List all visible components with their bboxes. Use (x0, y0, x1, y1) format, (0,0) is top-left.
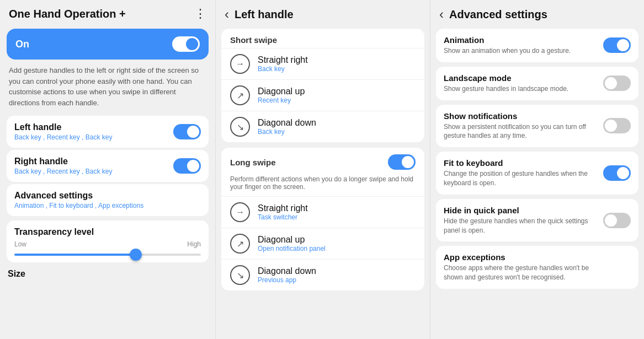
middle-panel-title: Left handle (235, 8, 294, 21)
high-label: High (187, 240, 201, 248)
left-handle-sub: Back key , Recent key , Back key (14, 133, 112, 141)
low-label: Low (14, 240, 26, 248)
app-exceptions-sub: Choose apps where the gesture handles wo… (444, 263, 604, 282)
show-notifications-item[interactable]: Show notifications Show a persistent not… (436, 105, 638, 148)
hide-quick-panel-title: Hide in quick panel (444, 206, 603, 215)
left-handle-item[interactable]: Left handle Back key , Recent key , Back… (7, 116, 209, 148)
short-swipe-label: Short swipe (230, 35, 277, 45)
hide-quick-panel-item[interactable]: Hide in quick panel Hide the gesture han… (436, 199, 638, 242)
right-handle-title: Right handle (14, 157, 112, 166)
animation-title: Animation (444, 35, 571, 45)
landscape-mode-toggle[interactable] (603, 76, 631, 91)
left-handle-toggle[interactable] (173, 124, 201, 139)
right-back-icon[interactable]: ‹ (439, 7, 444, 22)
long-swipe-desc: Perform different actions when you do a … (221, 173, 424, 196)
long-diagonal-up-sub: Open notification panel (258, 245, 326, 252)
short-diagonal-down-sub: Back key (258, 128, 316, 136)
long-straight-right-sub: Task switcher (258, 213, 308, 221)
hide-quick-panel-sub: Hide the gesture handles when the quick … (444, 217, 603, 235)
short-diagonal-up-sub: Recent key (258, 96, 305, 104)
long-straight-right-title: Straight right (258, 203, 308, 213)
long-straight-right-icon: → (230, 202, 250, 222)
right-handle-sub: Back key , Recent key , Back key (14, 168, 112, 175)
settings-list: Left handle Back key , Recent key , Back… (0, 114, 215, 218)
main-toggle[interactable] (172, 36, 200, 52)
app-exceptions-item[interactable]: App exceptions Choose apps where the ges… (436, 246, 638, 289)
landscape-mode-sub: Show gesture handles in landscape mode. (444, 84, 568, 94)
app-exceptions-title: App exceptions (444, 252, 604, 262)
long-diagonal-down-icon: ↘ (230, 265, 250, 285)
animation-item[interactable]: Animation Show an animation when you do … (436, 29, 638, 62)
animation-sub: Show an animation when you do a gesture. (444, 46, 571, 56)
transparency-title: Transparency level (14, 227, 201, 237)
right-handle-toggle[interactable] (173, 158, 201, 174)
landscape-mode-title: Landscape mode (444, 73, 568, 83)
long-diagonal-up-icon: ↗ (230, 234, 250, 254)
long-diagonal-down-sub: Previous app (258, 276, 316, 284)
fit-to-keyboard-title: Fit to keyboard (444, 158, 603, 168)
advanced-settings-sub: Animation , Fit to keyboard , App except… (14, 202, 143, 209)
on-toggle-row[interactable]: On (7, 29, 209, 60)
short-diagonal-down-title: Diagonal down (258, 118, 316, 128)
short-straight-right[interactable]: → Straight right Back key (221, 48, 424, 79)
middle-back-icon[interactable]: ‹ (225, 7, 229, 22)
left-panel: One Hand Operation + ⋮ On Add gesture ha… (0, 0, 215, 339)
fit-to-keyboard-item[interactable]: Fit to keyboard Change the position of g… (436, 152, 638, 195)
more-options-icon[interactable]: ⋮ (194, 7, 206, 21)
long-diagonal-down-title: Diagonal down (258, 266, 316, 276)
right-panel-title: Advanced settings (449, 8, 547, 21)
long-swipe-label: Long swipe (230, 158, 276, 167)
size-section: Size (8, 269, 207, 279)
long-diagonal-up-title: Diagonal up (258, 235, 326, 245)
description-text: Add gesture handles to the left or right… (0, 65, 215, 114)
diagonal-down-short-icon: ↘ (230, 117, 250, 137)
straight-right-icon: → (230, 54, 250, 74)
right-header: ‹ Advanced settings (430, 0, 644, 26)
landscape-mode-item[interactable]: Landscape mode Show gesture handles in l… (436, 67, 638, 100)
long-swipe-toggle[interactable] (388, 154, 416, 170)
show-notifications-toggle[interactable] (603, 118, 631, 133)
short-diagonal-down[interactable]: ↘ Diagonal down Back key (221, 111, 424, 142)
short-diagonal-up-title: Diagonal up (258, 87, 305, 96)
left-panel-title: One Hand Operation + (9, 8, 126, 20)
left-handle-title: Left handle (14, 122, 112, 132)
advanced-settings-item[interactable]: Advanced settings Animation , Fit to key… (7, 184, 209, 216)
right-handle-item[interactable]: Right handle Back key , Recent key , Bac… (7, 150, 209, 182)
left-top-bar: One Hand Operation + ⋮ (0, 0, 215, 25)
hide-quick-panel-toggle[interactable] (603, 213, 631, 228)
transparency-slider[interactable] (14, 254, 201, 256)
short-straight-right-title: Straight right (258, 55, 308, 65)
show-notifications-title: Show notifications (444, 111, 603, 121)
long-straight-right[interactable]: → Straight right Task switcher (221, 196, 424, 228)
size-title: Size (8, 269, 207, 279)
fit-to-keyboard-toggle[interactable] (603, 165, 631, 181)
animation-toggle[interactable] (603, 37, 631, 53)
long-diagonal-up[interactable]: ↗ Diagonal up Open notification panel (221, 228, 424, 259)
transparency-section: Transparency level Low High (7, 220, 209, 262)
diagonal-up-short-icon: ↗ (230, 85, 250, 105)
on-label: On (15, 39, 29, 50)
advanced-settings-title: Advanced settings (14, 191, 143, 201)
middle-header: ‹ Left handle (216, 0, 430, 26)
long-diagonal-down[interactable]: ↘ Diagonal down Previous app (221, 259, 424, 290)
show-notifications-sub: Show a persistent notification so you ca… (444, 122, 603, 141)
short-swipe-header: Short swipe (221, 29, 424, 48)
short-straight-right-sub: Back key (258, 65, 308, 73)
right-panel: ‹ Advanced settings Animation Show an an… (430, 0, 644, 339)
fit-to-keyboard-sub: Change the position of gesture handles w… (444, 169, 603, 188)
long-swipe-section: Long swipe Perform different actions whe… (221, 148, 424, 290)
short-swipe-section: Short swipe → Straight right Back key ↗ … (221, 29, 424, 142)
long-swipe-header: Long swipe (221, 148, 424, 173)
short-diagonal-up[interactable]: ↗ Diagonal up Recent key (221, 79, 424, 111)
middle-panel: ‹ Left handle Short swipe → Straight rig… (215, 0, 430, 339)
